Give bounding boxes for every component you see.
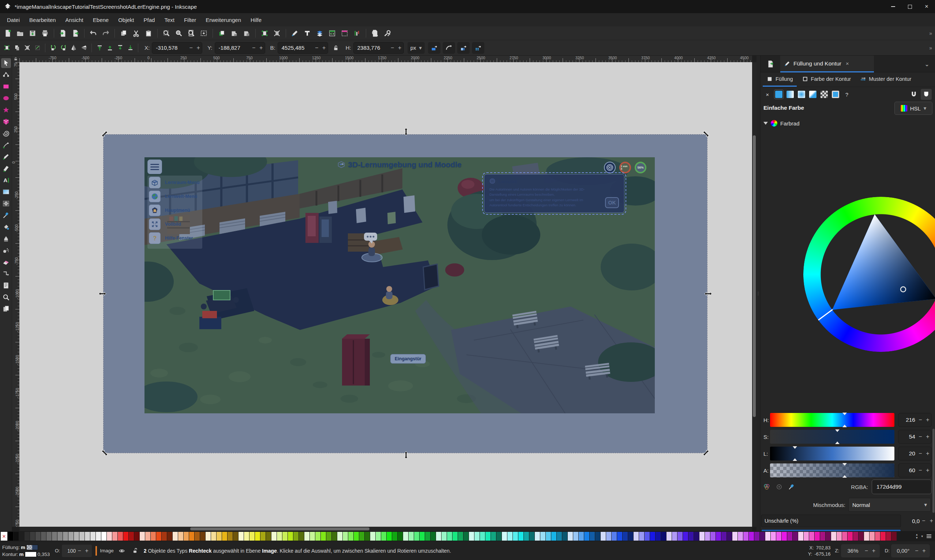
palette-swatch[interactable] [85,532,90,541]
duplicate-icon[interactable] [216,28,227,39]
tool-pen[interactable] [1,140,11,150]
palette-swatch[interactable] [112,532,117,541]
palette-swatch[interactable] [107,532,112,541]
tool-pencil[interactable] [1,152,11,162]
slider-increment[interactable]: + [924,467,931,474]
palette-swatch[interactable] [228,532,233,541]
palette-swatch[interactable] [79,532,85,541]
palette-menu-icon[interactable] [927,534,931,538]
horizontal-ruler[interactable]: -750-500-2500250500750100012501500175020… [19,55,752,62]
tool-calligraphy[interactable] [1,163,11,173]
new-document-icon[interactable] [2,28,13,39]
palette-scroll-icons[interactable]: ▴▾ [916,533,918,540]
rotation-decrement[interactable]: − [913,548,920,554]
palette-swatch[interactable] [52,532,57,541]
redo-icon[interactable] [100,28,111,39]
palette-swatch[interactable] [683,532,688,541]
menu-erweiterungen[interactable]: Erweiterungen [201,15,246,25]
palette-swatch[interactable] [365,532,370,541]
palette-swatch[interactable] [765,532,770,541]
palette-swatch[interactable] [57,532,63,541]
palette-swatch[interactable] [480,532,485,541]
palette-swatch[interactable] [151,532,156,541]
slider-decrement[interactable]: − [917,417,924,423]
transform-corners-icon[interactable] [443,42,455,54]
unknown-paint-icon[interactable]: ? [842,89,852,99]
deselect-icon[interactable] [23,43,31,52]
palette-swatch[interactable] [387,532,392,541]
palette-swatch[interactable] [507,532,512,541]
palette-swatch[interactable] [463,532,469,541]
slider-increment[interactable]: + [924,417,931,423]
palette-swatch[interactable] [189,532,194,541]
palette-swatch[interactable] [332,532,337,541]
palette-swatch[interactable] [425,532,430,541]
palette-swatch[interactable] [337,532,342,541]
subtab-muster-der-kontur[interactable]: Muster der Kontur [856,72,915,87]
width-input[interactable]: 4525,485 −+ [278,42,328,54]
flip-horizontal-icon[interactable] [69,43,78,52]
palette-swatch[interactable] [321,532,326,541]
palette-swatch[interactable] [315,532,320,541]
scene-menu-item[interactable]: ?Hilfe-Fenster [149,232,193,244]
palette-swatch[interactable] [260,532,266,541]
canvas[interactable]: 3D-Lernumgebung und Moodle Lernraum-Menü… [19,62,752,527]
select-all-layers-icon[interactable] [12,43,21,52]
scale-handle-ne[interactable] [702,132,710,136]
palette-swatch[interactable] [255,532,260,541]
lower-to-bottom-icon[interactable] [126,43,135,52]
rotate-cw-icon[interactable] [59,43,68,52]
palette-swatch[interactable] [145,532,150,541]
copy-icon[interactable] [118,28,129,39]
tool-eraser[interactable] [1,257,11,267]
blur-increment[interactable]: + [928,518,935,524]
palette-swatch[interactable] [441,532,447,541]
opacity-status-decrement[interactable]: − [76,548,83,554]
height-decrement[interactable]: − [389,45,396,51]
linear-gradient-icon[interactable] [785,89,795,99]
palette-swatch[interactable] [864,532,869,541]
hscroll-thumb[interactable] [190,528,369,530]
palette-swatch[interactable] [529,532,534,541]
select-all-icon[interactable] [2,43,11,52]
palette-swatch[interactable] [524,532,529,541]
palette-swatch[interactable] [354,532,359,541]
subtab-farbe-der-kontur[interactable]: Farbe der Kontur [798,72,855,87]
palette-swatch[interactable] [732,532,737,541]
slider-increment[interactable]: + [924,450,931,457]
palette-swatch[interactable] [612,532,617,541]
palette-swatch[interactable] [551,532,557,541]
tool-rectangle[interactable] [1,82,11,91]
close-button[interactable]: × [918,0,935,13]
palette-swatch[interactable] [842,532,847,541]
palette-swatch[interactable] [381,532,386,541]
palette-swatch[interactable] [30,532,35,541]
slider-decrement[interactable]: − [917,434,924,440]
palette-swatch[interactable] [35,532,41,541]
palette-swatch[interactable] [8,532,13,541]
scene-menu-item[interactable]: Lernraum-Menü [149,176,199,189]
palette-swatch[interactable] [486,532,491,541]
rooms-badge[interactable]: 1 von 4 [619,162,631,173]
palette-swatch[interactable] [491,532,496,541]
palette-swatch[interactable] [705,532,710,541]
radial-gradient-icon[interactable] [797,89,806,99]
palette-swatch[interactable] [809,532,814,541]
blur-slider[interactable]: Unschärfe (%) [761,515,901,527]
toolbar-overflow-icon[interactable]: » [929,30,932,36]
dock-menu-icon[interactable]: ⌄ [921,58,932,69]
menu-hilfe[interactable]: Hilfe [246,15,266,25]
flat-color-icon[interactable] [774,89,784,99]
horizontal-scrollbar[interactable] [19,527,752,531]
lernziel-panel[interactable]: Lernziel Die Autorinnen und Autoren könn… [484,174,624,213]
palette-swatch[interactable] [294,532,298,541]
palette-swatch[interactable] [749,532,754,541]
palette-swatch[interactable] [200,532,205,541]
wheel-expander[interactable]: Farbrad [763,120,800,126]
palette-swatch[interactable] [409,532,414,541]
scene-menu-item[interactable]: Vollbild [149,218,181,231]
palette-swatch[interactable] [782,532,787,541]
palette-swatch[interactable] [606,532,611,541]
zoom-page-icon[interactable] [186,28,197,39]
palette-swatch[interactable] [502,532,507,541]
